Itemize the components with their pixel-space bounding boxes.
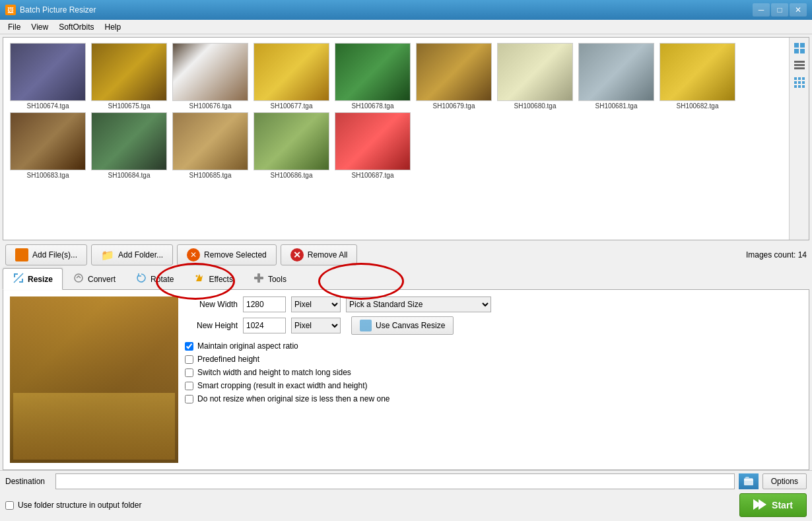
tab-tools-label: Tools <box>268 275 287 284</box>
menu-softorbits[interactable]: SoftOrbits <box>53 21 99 33</box>
thumbnail-10[interactable]: SH100683.tga <box>10 112 86 179</box>
thumb-label-11: SH100684.tga <box>108 172 151 179</box>
add-folder-button[interactable]: 📁 Add Folder... <box>91 244 173 265</box>
thumb-label-10: SH100683.tga <box>27 172 69 179</box>
svg-rect-14 <box>798 85 801 88</box>
svg-rect-2 <box>794 49 799 53</box>
thumbnail-3[interactable]: SH100676.tga <box>172 43 248 110</box>
svg-rect-4 <box>794 61 805 63</box>
grid-view-button[interactable] <box>792 75 807 90</box>
footer-row: Use folder structure in output folder St… <box>0 492 812 521</box>
effects-tab-icon <box>193 272 205 286</box>
use-folder-checkbox[interactable] <box>5 501 14 510</box>
width-label: New Width <box>185 300 238 309</box>
tab-effects[interactable]: Effects <box>184 268 242 289</box>
canvas-resize-button[interactable]: Use Canvas Resize <box>351 316 454 335</box>
remove-selected-button[interactable]: ✕ Remove Selected <box>177 244 277 265</box>
destination-input[interactable] <box>55 473 735 489</box>
tab-resize[interactable]: Resize <box>3 268 63 290</box>
resize-tab-icon <box>13 272 24 286</box>
add-files-label: Add File(s)... <box>32 250 77 260</box>
smart-crop-label: Smart cropping (result in exact width an… <box>197 381 367 390</box>
canvas-resize-icon <box>360 320 372 331</box>
tools-tab-icon <box>253 272 265 286</box>
tab-tools[interactable]: Tools <box>243 268 296 289</box>
use-folder-label: Use folder structure in output folder <box>18 501 141 510</box>
thumbnail-8[interactable]: SH100681.tga <box>578 43 654 110</box>
thumbnail-4[interactable]: SH100677.tga <box>254 43 329 110</box>
gallery-container: SH100674.tga SH100675.tga SH100676.tga S… <box>3 38 789 240</box>
resize-controls: New Width Pixel Percent cm inch Pick a S… <box>185 296 802 463</box>
svg-rect-1 <box>800 43 805 48</box>
thumb-label-4: SH100677.tga <box>271 102 313 110</box>
thumb-label-6: SH100679.tga <box>433 102 475 110</box>
rotate-tab-icon <box>135 272 147 286</box>
app-icon: 🖼 <box>5 5 16 15</box>
maximize-button[interactable]: □ <box>771 3 788 17</box>
thumb-label-7: SH100680.tga <box>514 102 557 110</box>
remove-all-button[interactable]: ✕ Remove All <box>281 244 358 265</box>
maintain-ratio-checkbox[interactable] <box>185 342 193 351</box>
thumb-label-12: SH100685.tga <box>189 172 232 179</box>
destination-browse-button[interactable] <box>739 473 759 489</box>
thumbnail-9[interactable]: SH100682.tga <box>660 43 735 110</box>
remove-selected-icon: ✕ <box>187 248 200 261</box>
thumb-label-2: SH100675.tga <box>108 102 151 110</box>
start-button[interactable]: Start <box>739 493 807 517</box>
thumbnail-5[interactable]: SH100678.tga <box>335 43 411 110</box>
svg-rect-3 <box>800 49 805 53</box>
height-unit-select[interactable]: Pixel Percent cm inch <box>291 318 341 333</box>
add-folder-label: Add Folder... <box>118 250 163 260</box>
thumbnail-6[interactable]: SH100679.tga <box>416 43 492 110</box>
menu-view[interactable]: View <box>26 21 53 33</box>
thumb-label-1: SH100674.tga <box>27 102 69 110</box>
thumbnail-14[interactable]: SH100687.tga <box>335 112 411 179</box>
resize-panel: New Width Pixel Percent cm inch Pick a S… <box>3 290 809 470</box>
width-row: New Width Pixel Percent cm inch Pick a S… <box>185 296 802 312</box>
menu-help[interactable]: Help <box>100 21 127 33</box>
svg-rect-7 <box>794 77 797 80</box>
svg-point-18 <box>196 275 198 277</box>
preview-image <box>10 296 178 463</box>
large-icons-view-button[interactable] <box>792 40 807 56</box>
maintain-ratio-row: Maintain original aspect ratio <box>185 341 802 351</box>
menu-file[interactable]: File <box>3 21 26 33</box>
start-label: Start <box>772 500 793 510</box>
close-button[interactable]: ✕ <box>790 3 807 17</box>
svg-line-16 <box>14 273 23 283</box>
tab-convert-label: Convert <box>88 275 116 284</box>
add-files-button[interactable]: Add File(s)... <box>5 244 87 265</box>
window-controls: ─ □ ✕ <box>753 3 807 17</box>
options-button[interactable]: Options <box>762 473 807 489</box>
switch-dimensions-row: Switch width and height to match long si… <box>185 368 802 377</box>
thumb-label-3: SH100676.tga <box>189 102 232 110</box>
no-resize-checkbox[interactable] <box>185 395 193 403</box>
standard-size-select[interactable]: Pick a Standard Size 640x480 800x600 102… <box>346 296 491 312</box>
thumbnail-11[interactable]: SH100684.tga <box>91 112 167 179</box>
height-input[interactable] <box>243 318 286 333</box>
width-unit-select[interactable]: Pixel Percent cm inch <box>291 296 341 312</box>
tab-rotate-label: Rotate <box>151 275 174 284</box>
thumbnail-1[interactable]: SH100674.tga <box>10 43 86 110</box>
thumbnail-7[interactable]: SH100680.tga <box>497 43 573 110</box>
thumbnail-13[interactable]: SH100686.tga <box>254 112 329 179</box>
svg-rect-8 <box>798 77 801 80</box>
destination-label: Destination <box>5 477 51 486</box>
svg-rect-5 <box>794 64 805 66</box>
add-files-icon <box>15 248 28 261</box>
minimize-button[interactable]: ─ <box>753 3 770 17</box>
predefined-height-checkbox[interactable] <box>185 355 193 364</box>
width-input[interactable] <box>243 296 286 312</box>
tab-convert[interactable]: Convert <box>63 268 125 289</box>
canvas-resize-label: Use Canvas Resize <box>376 321 445 330</box>
thumbnail-12[interactable]: SH100685.tga <box>172 112 248 179</box>
list-view-button[interactable] <box>792 57 807 73</box>
use-folder-row: Use folder structure in output folder <box>5 501 141 510</box>
app-title: Batch Picture Resizer <box>20 5 96 15</box>
svg-rect-20 <box>254 277 263 279</box>
tab-rotate[interactable]: Rotate <box>125 268 184 289</box>
smart-crop-checkbox[interactable] <box>185 382 193 390</box>
svg-rect-10 <box>794 81 797 84</box>
thumbnail-2[interactable]: SH100675.tga <box>91 43 167 110</box>
switch-dimensions-checkbox[interactable] <box>185 368 193 377</box>
